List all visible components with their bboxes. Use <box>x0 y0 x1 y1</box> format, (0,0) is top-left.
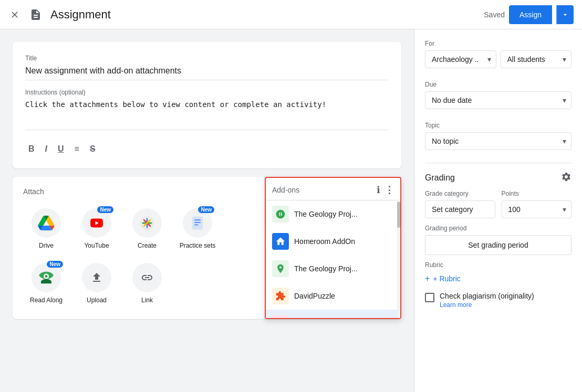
grading-settings-icon[interactable] <box>561 172 571 184</box>
bold-button[interactable]: B <box>25 142 38 156</box>
addon-geology2-name: The Geology Proj... <box>294 264 394 273</box>
read-along-new-badge: New <box>47 261 63 268</box>
topic-select[interactable]: No topic <box>425 132 571 150</box>
strikethrough-button[interactable]: S <box>87 142 99 156</box>
link-label: Link <box>141 296 153 305</box>
addon-item-geology2[interactable]: The Geology Proj... <box>266 255 400 282</box>
youtube-icon-circle: New <box>82 208 111 238</box>
attach-item-drive[interactable]: Drive <box>23 204 69 255</box>
svg-rect-5 <box>193 217 203 229</box>
doc-icon <box>27 6 44 23</box>
addon-geology1-name: The Geology Proj... <box>294 210 394 218</box>
create-label: Create <box>138 242 157 250</box>
grade-category-col: Grade category Set category <box>425 190 495 218</box>
addon-davidpuzzle-icon <box>272 288 289 304</box>
link-icon-circle <box>132 263 162 292</box>
points-label: Points <box>502 190 572 197</box>
plus-icon: + <box>425 274 430 283</box>
learn-more-link[interactable]: Learn more <box>440 301 534 309</box>
header: Assignment Saved Assign <box>0 0 582 29</box>
add-rubric-button[interactable]: + + Rubric <box>425 272 461 285</box>
rubric-section: Rubric + + Rubric <box>425 261 571 285</box>
youtube-new-badge: New <box>97 206 113 213</box>
set-category-button[interactable]: Set category <box>425 200 495 218</box>
italic-button[interactable]: I <box>42 142 50 156</box>
addon-list: The Geology Proj... Homeroom AddOn <box>266 200 400 318</box>
for-label: For <box>425 40 571 47</box>
list-button[interactable]: ≡ <box>71 142 82 156</box>
text-toolbar: B I U ≡ S <box>25 138 389 156</box>
due-select[interactable]: No due date <box>425 91 571 109</box>
close-button[interactable] <box>8 8 21 21</box>
attach-item-youtube[interactable]: New YouTube <box>74 204 120 255</box>
for-section: For Archaeology ... All students <box>425 40 571 68</box>
addon-item-davidpuzzle[interactable]: DavidPuzzle <box>266 282 400 310</box>
topic-label: Topic <box>425 122 571 129</box>
due-label: Due <box>425 81 571 88</box>
instructions-input[interactable]: Click the attachments below to view cont… <box>25 98 389 130</box>
header-left: Assignment <box>8 6 484 23</box>
addon-item-google-arts[interactable]: Google Arts & Cu... ℹ <box>266 310 400 318</box>
points-col: Points 100 <box>502 190 572 218</box>
attach-item-practice-sets[interactable]: New Practice sets <box>174 204 221 255</box>
practice-sets-label: Practice sets <box>180 242 216 250</box>
addon-homeroom-icon <box>272 233 289 250</box>
addon-item-homeroom[interactable]: Homeroom AddOn <box>266 228 400 255</box>
assign-button[interactable]: Assign <box>509 5 552 24</box>
topic-section: Topic No topic <box>425 122 571 150</box>
create-icon-circle <box>132 208 162 238</box>
title-input[interactable] <box>25 64 389 80</box>
addon-geology1-icon <box>272 206 289 223</box>
attach-item-create[interactable]: Create <box>124 204 170 255</box>
grading-header: Grading <box>425 172 571 184</box>
due-select-wrapper: No due date <box>425 91 571 109</box>
grading-section: Grading Grade category Set category Poin… <box>425 172 571 309</box>
points-wrapper: 100 <box>502 200 572 218</box>
read-along-icon-circle: New <box>32 263 61 292</box>
addon-header-title: Add-ons <box>272 186 299 194</box>
divider-1 <box>425 163 571 163</box>
drive-label: Drive <box>39 242 54 250</box>
plagiarism-checkbox[interactable] <box>425 293 434 302</box>
due-section: Due No due date <box>425 81 571 109</box>
attach-card: Attach Drive <box>13 177 401 319</box>
page-title: Assignment <box>50 8 111 22</box>
addon-item-geology1[interactable]: The Geology Proj... <box>266 200 400 228</box>
title-label: Title <box>25 55 389 62</box>
assign-dropdown-button[interactable] <box>556 5 574 24</box>
more-icon[interactable]: ⋮ <box>384 184 394 196</box>
addon-homeroom-name: Homeroom AddOn <box>294 237 394 246</box>
practice-sets-new-badge: New <box>198 206 214 213</box>
for-row: Archaeology ... All students <box>425 50 571 68</box>
read-along-label: Read Along <box>30 296 63 305</box>
students-select-wrapper: All students <box>501 50 572 68</box>
grade-category-label: Grade category <box>425 190 495 197</box>
addon-geology2-icon <box>272 260 289 277</box>
addon-scrollbar-track <box>397 202 400 318</box>
points-select[interactable]: 100 <box>502 200 572 218</box>
youtube-label: YouTube <box>84 242 109 250</box>
addon-header-icons: ℹ ⋮ <box>377 184 394 196</box>
header-right: Saved Assign <box>484 5 574 24</box>
topic-select-wrapper: No topic <box>425 132 571 150</box>
left-panel: Title Instructions (optional) Click the … <box>0 29 414 392</box>
info-icon[interactable]: ℹ <box>377 184 380 196</box>
attach-item-link[interactable]: Link <box>124 259 170 309</box>
attach-item-read-along[interactable]: New Read Along <box>23 259 69 309</box>
addon-header: Add-ons ℹ ⋮ <box>266 178 400 200</box>
plagiarism-label: Check plagiarism (originality) <box>440 292 534 300</box>
plagiarism-text-container: Check plagiarism (originality) Learn mor… <box>440 292 534 309</box>
grading-title: Grading <box>425 173 455 183</box>
class-select[interactable]: Archaeology ... <box>425 50 496 68</box>
rubric-label: Rubric <box>425 261 571 269</box>
saved-status: Saved <box>484 10 505 19</box>
underline-button[interactable]: U <box>55 142 67 156</box>
set-grading-period-button[interactable]: Set grading period <box>425 235 571 255</box>
drive-icon-circle <box>32 208 61 238</box>
main-layout: Title Instructions (optional) Click the … <box>0 29 582 392</box>
right-panel: For Archaeology ... All students Due <box>414 29 582 392</box>
students-select[interactable]: All students <box>501 50 572 68</box>
attach-item-upload[interactable]: Upload <box>74 259 120 309</box>
plagiarism-row: Check plagiarism (originality) Learn mor… <box>425 292 571 309</box>
addon-dropdown: Add-ons ℹ ⋮ The Geology Proj... <box>265 177 401 319</box>
